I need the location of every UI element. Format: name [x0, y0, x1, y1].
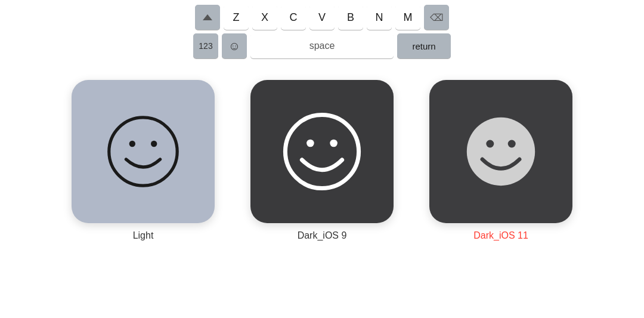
return-key[interactable]: return [397, 33, 451, 58]
keyboard-row-2: 123 ☺ space return [193, 33, 451, 58]
key-m[interactable]: M [395, 5, 420, 30]
themes-area: Light Dark_iOS 9 [0, 74, 644, 241]
theme-preview-dark-ios11[interactable] [429, 80, 572, 223]
key-v[interactable]: V [309, 5, 335, 30]
theme-label-light: Light [133, 230, 154, 241]
svg-point-2 [151, 141, 157, 147]
svg-point-8 [508, 140, 516, 148]
svg-point-5 [330, 140, 338, 147]
key-n[interactable]: N [367, 5, 392, 30]
keyboard-area: Z X C V B N M ⌫ 123 ☺ space return [0, 0, 644, 62]
shift-arrow-icon [203, 14, 212, 20]
shift-key[interactable] [195, 5, 220, 30]
svg-point-7 [486, 140, 494, 148]
key-b[interactable]: B [338, 5, 363, 30]
emoji-icon: ☺ [228, 39, 240, 53]
key-z[interactable]: Z [224, 5, 249, 30]
theme-card-dark-ios11[interactable]: Dark_iOS 11 [429, 80, 572, 241]
numeric-key[interactable]: 123 [193, 33, 218, 58]
emoji-key[interactable]: ☺ [222, 33, 247, 58]
theme-preview-dark-ios9[interactable] [250, 80, 394, 223]
svg-point-0 [109, 118, 177, 186]
app-container: Z X C V B N M ⌫ 123 ☺ space return [0, 0, 644, 241]
svg-point-3 [285, 115, 358, 188]
key-c[interactable]: C [281, 5, 306, 30]
smiley-dark9-icon [280, 110, 364, 193]
theme-label-dark-ios11: Dark_iOS 11 [473, 230, 528, 241]
theme-preview-light[interactable] [72, 80, 215, 223]
theme-card-dark-ios9[interactable]: Dark_iOS 9 [250, 80, 394, 241]
theme-label-dark-ios9: Dark_iOS 9 [298, 230, 347, 241]
svg-point-6 [467, 118, 535, 186]
smiley-dark11-icon [462, 113, 540, 190]
backspace-icon: ⌫ [430, 12, 444, 23]
svg-point-4 [306, 140, 314, 147]
smiley-light-icon [104, 113, 182, 190]
keyboard-row-1: Z X C V B N M ⌫ [195, 5, 449, 30]
backspace-key[interactable]: ⌫ [424, 5, 449, 30]
svg-point-1 [129, 141, 135, 147]
space-key[interactable]: space [250, 33, 394, 58]
theme-card-light[interactable]: Light [72, 80, 215, 241]
key-x[interactable]: X [252, 5, 277, 30]
